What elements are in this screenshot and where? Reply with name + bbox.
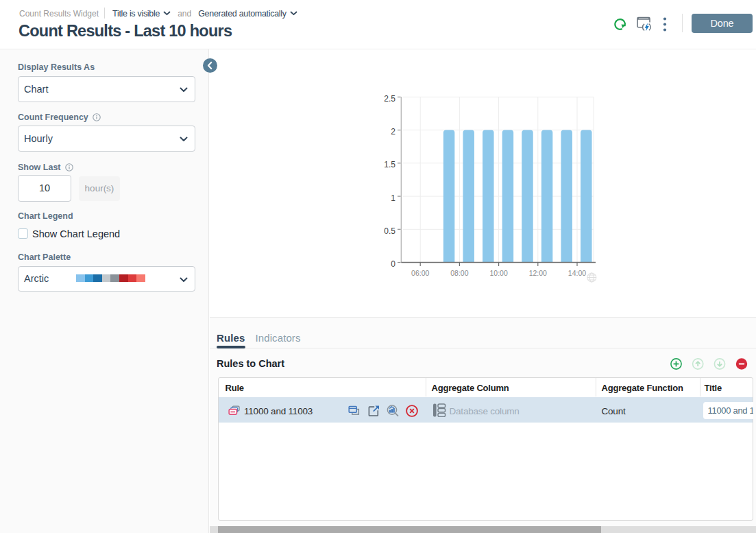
- svg-text:0.5: 0.5: [384, 226, 395, 236]
- svg-text:2.5: 2.5: [384, 94, 395, 104]
- svg-text:0: 0: [391, 259, 395, 269]
- svg-text:14:00: 14:00: [568, 269, 586, 277]
- svg-text:1: 1: [391, 193, 395, 203]
- svg-text:12:00: 12:00: [529, 269, 547, 277]
- svg-text:1.5: 1.5: [384, 160, 395, 169]
- svg-text:08:00: 08:00: [450, 269, 468, 277]
- svg-text:10:00: 10:00: [489, 269, 507, 277]
- svg-text:06:00: 06:00: [411, 269, 429, 277]
- svg-text:2: 2: [391, 127, 395, 137]
